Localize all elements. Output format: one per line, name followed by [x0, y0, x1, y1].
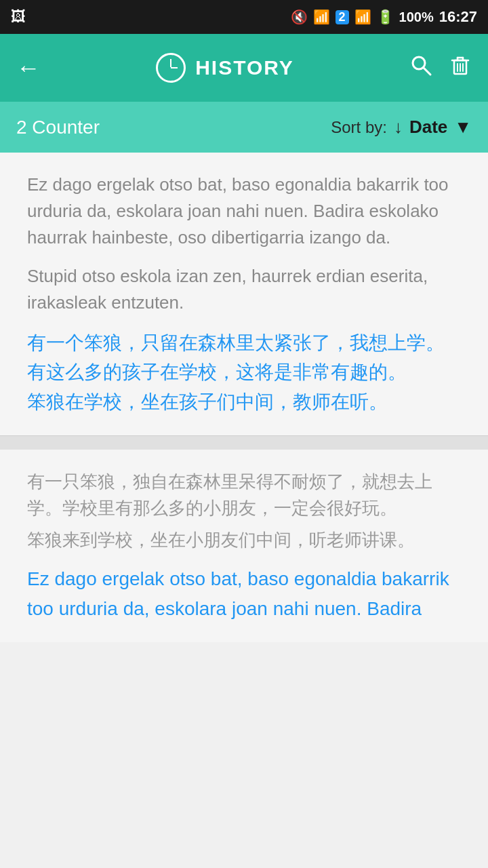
sort-value: Date — [409, 117, 447, 138]
counter-label: 2 Counter — [16, 117, 100, 138]
header-title: HISTORY — [195, 56, 294, 79]
signal-icon: 📶 — [354, 9, 371, 25]
status-left: 🖼 — [11, 8, 26, 26]
history-clock-icon — [156, 53, 186, 83]
wifi-icon: 📶 — [313, 9, 330, 25]
sort-dropdown-icon[interactable]: ▼ — [454, 117, 472, 138]
status-right: 🔇 📶 2 📶 🔋 100% 16:27 — [291, 8, 477, 26]
card-2-blue-text: Ez dago ergelak otso bat, baso egonaldia… — [27, 564, 461, 623]
card-2-gray-text-2: 笨狼来到学校，坐在小朋友们中间，听老师讲课。 — [27, 527, 461, 553]
svg-line-1 — [424, 68, 430, 75]
clock-time: 16:27 — [439, 8, 477, 26]
content-area: Ez dago ergelak otso bat, baso egonaldia… — [0, 153, 488, 642]
search-button[interactable] — [409, 54, 432, 82]
card-1: Ez dago ergelak otso bat, baso egonaldia… — [0, 153, 488, 436]
card-2: 有一只笨狼，独自在森林里呆得不耐烦了，就想去上学。学校里有那么多的小朋友，一定会… — [0, 450, 488, 642]
card-1-blue-text-1: 有一个笨狼，只留在森林里太紧张了，我想上学。有这么多的孩子在学校，这将是非常有趣… — [27, 328, 461, 387]
delete-button[interactable] — [449, 54, 472, 82]
header-center: HISTORY — [156, 53, 294, 83]
battery-icon: 🔋 — [377, 9, 394, 25]
battery-percent: 100% — [399, 9, 434, 25]
sub-header: 2 Counter Sort by: ↓ Date ▼ — [0, 102, 488, 153]
mute-icon: 🔇 — [291, 9, 308, 25]
sort-by-label: Sort by: — [331, 118, 387, 137]
back-button[interactable]: ← — [16, 54, 41, 82]
card-1-blue-text-2: 笨狼在学校，坐在孩子们中间，教师在听。 — [27, 387, 461, 416]
screenshot-icon: 🖼 — [11, 8, 26, 26]
header-actions — [409, 54, 472, 82]
header: ← HISTORY — [0, 34, 488, 102]
card-1-gray-text-2: Stupid otso eskola izan zen, haurrek erd… — [27, 263, 461, 316]
sort-direction-icon: ↓ — [394, 117, 403, 138]
status-bar: 🖼 🔇 📶 2 📶 🔋 100% 16:27 — [0, 0, 488, 34]
sort-area[interactable]: Sort by: ↓ Date ▼ — [331, 117, 472, 138]
card-2-gray-text-1: 有一只笨狼，独自在森林里呆得不耐烦了，就想去上学。学校里有那么多的小朋友，一定会… — [27, 469, 461, 521]
card-divider — [0, 436, 488, 450]
card-1-gray-text-1: Ez dago ergelak otso bat, baso egonaldia… — [27, 172, 461, 251]
sim-badge: 2 — [336, 10, 349, 24]
